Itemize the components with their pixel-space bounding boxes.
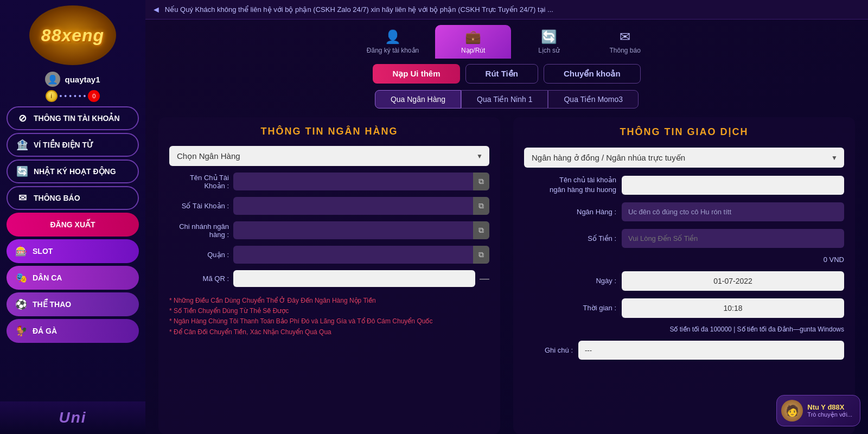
field-input-wrap-chi-nhanh: ⧉ bbox=[233, 221, 489, 239]
content-tab-ngan-hang[interactable]: Qua Ngân Hàng bbox=[375, 90, 461, 108]
right-field-so-tien: Số Tiền : bbox=[524, 229, 844, 248]
right-label-ten-chu: Tên chủ tài khoảnngân hàng thu huong bbox=[524, 175, 616, 195]
top-nav-label-thong-bao: Thông báo bbox=[609, 47, 640, 54]
lich-su-icon: 🔄 bbox=[541, 29, 557, 44]
avatar: 👤 bbox=[45, 72, 60, 87]
sidebar-label-account: THÔNG TIN TÀI KHOẢN bbox=[34, 114, 120, 123]
field-input-wrap-so-tk: ⧉ bbox=[233, 197, 489, 215]
qr-input[interactable] bbox=[233, 270, 475, 287]
ghi-chu-input[interactable] bbox=[578, 341, 844, 360]
sidebar-item-dan-ca[interactable]: 🎭 DÂN CA bbox=[7, 266, 139, 290]
sidebar-label-slot: SLOT bbox=[33, 247, 53, 256]
right-label-so-tien: Số Tiền : bbox=[524, 234, 616, 244]
sidebar-item-e-wallet[interactable]: 🏦 VÍ TIỀN ĐIỆN TỬ bbox=[7, 133, 139, 157]
sidebar-item-da-ga[interactable]: 🐓 ĐÁ GÀ bbox=[7, 319, 139, 343]
sidebar-label-notif: THÔNG BÁO bbox=[34, 194, 80, 202]
qr-label: Mã QR : bbox=[169, 275, 229, 283]
right-field-thoi-gian: Thời gian : bbox=[524, 298, 844, 318]
copy-btn-quan[interactable]: ⧉ bbox=[473, 246, 489, 264]
top-nav-label-dang-ky: Đăng ký tài khoản bbox=[367, 47, 419, 54]
sidebar: 88xeng 👤 quaytay1 i • • • • • • 0 ⊘ THÔN… bbox=[0, 0, 145, 434]
top-nav-nap-rut[interactable]: 💼 Nạp/Rút bbox=[435, 25, 511, 59]
sidebar-item-notifications[interactable]: ✉ THÔNG BÁO bbox=[7, 186, 139, 210]
right-field-ngan-hang: Ngân Hàng : bbox=[524, 202, 844, 221]
right-input-so-tien[interactable] bbox=[622, 229, 844, 248]
input-quan[interactable] bbox=[233, 246, 473, 263]
field-input-wrap-quan: ⧉ bbox=[233, 246, 489, 264]
logo-text: 88xeng bbox=[41, 25, 104, 46]
right-field-ten-chu: Tên chủ tài khoảnngân hàng thu huong bbox=[524, 175, 844, 195]
field-label-ten-chu-tk: Tên Chủ TàiKhoản : bbox=[169, 174, 229, 190]
sub-tabs: Nạp Ui thêm Rút Tiền Chuyển khoản bbox=[145, 59, 868, 88]
copy-btn-so-tk[interactable]: ⧉ bbox=[473, 197, 489, 215]
tab-rut-tien[interactable]: Rút Tiền bbox=[465, 64, 538, 84]
ghi-chu-label: Ghi chú : bbox=[524, 346, 573, 354]
content-tabs: Qua Ngân Hàng Qua Tiền Ninh 1 Qua Tiền M… bbox=[145, 88, 868, 108]
right-bank-select-row: Ngân hàng ở đồng / Ngân nhúa trực tuyến bbox=[524, 148, 844, 168]
content-tab-momo[interactable]: Qua Tiền Momo3 bbox=[548, 90, 639, 108]
ghi-chu-row: Ghi chú : bbox=[524, 341, 844, 360]
top-nav-lich-su[interactable]: 🔄 Lịch sử bbox=[511, 25, 587, 59]
marquee-text: Nếu Quý Khách không thể liên hệ với bộ p… bbox=[165, 5, 553, 14]
logo-area: 88xeng bbox=[0, 0, 145, 68]
chat-avatar: 🧑 bbox=[781, 400, 803, 422]
field-input-wrap-ten-chu: ⧉ bbox=[233, 173, 489, 190]
chat-name: Ntu Y đ88X bbox=[807, 403, 852, 411]
notice-text: * Những Điều Cần Dùng Chuyển Thể Ở Đây Đ… bbox=[169, 296, 489, 337]
marquee-icon: ◄ bbox=[152, 5, 161, 15]
top-nav-label-lich-su: Lịch sử bbox=[538, 47, 560, 54]
field-ten-chu-tk: Tên Chủ TàiKhoản : ⧉ bbox=[169, 173, 489, 190]
input-so-tai-khoan[interactable] bbox=[233, 197, 473, 214]
left-panel-title: THÔNG TIN NGÂN HÀNG bbox=[169, 126, 489, 137]
right-panel-title: THÔNG TIN GIAO DỊCH bbox=[524, 126, 844, 138]
top-nav: 👤 Đăng ký tài khoản 💼 Nạp/Rút 🔄 Lịch sử … bbox=[145, 20, 868, 59]
right-input-ngan-hang[interactable] bbox=[622, 202, 844, 221]
main-content: ◄ Nếu Quý Khách không thể liên hệ với bộ… bbox=[145, 0, 868, 434]
input-ten-chu-tk[interactable] bbox=[233, 173, 473, 190]
qr-dash: — bbox=[480, 273, 489, 284]
time-input[interactable] bbox=[622, 298, 844, 318]
input-chi-nhanh[interactable] bbox=[233, 222, 473, 239]
slot-icon: 🎰 bbox=[15, 245, 27, 257]
right-bank-select-wrapper: Ngân hàng ở đồng / Ngân nhúa trực tuyến bbox=[524, 148, 844, 168]
activity-icon: 🔄 bbox=[16, 165, 28, 177]
top-nav-dang-ky[interactable]: 👤 Đăng ký tài khoản bbox=[350, 25, 435, 59]
field-quan: Quận : ⧉ bbox=[169, 246, 489, 264]
so-tien-info-text: Số tiền tối đa 100000 | Số tiền tối đa Đ… bbox=[669, 326, 844, 333]
copy-btn-ten-chu[interactable]: ⧉ bbox=[473, 173, 489, 190]
tab-nap-tien[interactable]: Nạp Ui thêm bbox=[373, 64, 459, 84]
tab-chuyen-khoan[interactable]: Chuyển khoản bbox=[544, 64, 641, 84]
right-bank-select[interactable]: Ngân hàng ở đồng / Ngân nhúa trực tuyến bbox=[524, 148, 844, 168]
dang-ky-icon: 👤 bbox=[385, 29, 401, 44]
date-input[interactable] bbox=[622, 271, 844, 291]
sidebar-menu: ⊘ THÔNG TIN TÀI KHOẢN 🏦 VÍ TIỀN ĐIỆN TỬ … bbox=[0, 106, 145, 343]
chat-bubble[interactable]: 🧑 Ntu Y đ88X Trò chuyện với... bbox=[776, 395, 860, 426]
content-tab-tien-ninh[interactable]: Qua Tiền Ninh 1 bbox=[461, 90, 548, 108]
sidebar-label-the-thao: THỂ THAO bbox=[33, 300, 71, 309]
sidebar-item-the-thao[interactable]: ⚽ THỂ THAO bbox=[7, 292, 139, 316]
sidebar-label-da-ga: ĐÁ GÀ bbox=[33, 327, 57, 335]
qr-row: Mã QR : — bbox=[169, 270, 489, 287]
sidebar-label-activity: NHẬT KÝ HOẠT ĐỘNG bbox=[34, 167, 116, 176]
copy-btn-chi-nhanh[interactable]: ⧉ bbox=[473, 221, 489, 239]
top-nav-thong-bao[interactable]: ✉ Thông báo bbox=[587, 25, 663, 59]
wallet-icon: 🏦 bbox=[16, 139, 28, 151]
logout-button[interactable]: ĐĂNG XUẤT bbox=[7, 213, 139, 237]
sidebar-item-slot[interactable]: 🎰 SLOT bbox=[7, 239, 139, 263]
bank-select[interactable]: Chọn Ngân Hàng bbox=[169, 146, 489, 166]
right-input-ten-chu[interactable] bbox=[622, 176, 844, 195]
field-label-chi-nhanh: Chi nhánh ngânhàng : bbox=[169, 222, 229, 239]
user-area: 👤 quaytay1 bbox=[45, 72, 100, 87]
field-chi-nhanh: Chi nhánh ngânhàng : ⧉ bbox=[169, 221, 489, 239]
uni-text: Uni bbox=[59, 409, 86, 426]
sidebar-item-activity-log[interactable]: 🔄 NHẬT KÝ HOẠT ĐỘNG bbox=[7, 159, 139, 183]
right-panel: THÔNG TIN GIAO DỊCH Ngân hàng ở đồng / N… bbox=[513, 117, 855, 434]
chat-info: Ntu Y đ88X Trò chuyện với... bbox=[807, 403, 852, 418]
right-field-ngay: Ngày : bbox=[524, 271, 844, 291]
chat-sub: Trò chuyện với... bbox=[807, 411, 852, 418]
bank-select-wrapper: Chọn Ngân Hàng bbox=[169, 146, 489, 166]
sidebar-item-account-info[interactable]: ⊘ THÔNG TIN TÀI KHOẢN bbox=[7, 106, 139, 130]
notification-badge: 0 bbox=[88, 90, 100, 102]
marquee-bar: ◄ Nếu Quý Khách không thể liên hệ với bộ… bbox=[145, 0, 868, 20]
logout-label: ĐĂNG XUẤT bbox=[50, 220, 95, 229]
